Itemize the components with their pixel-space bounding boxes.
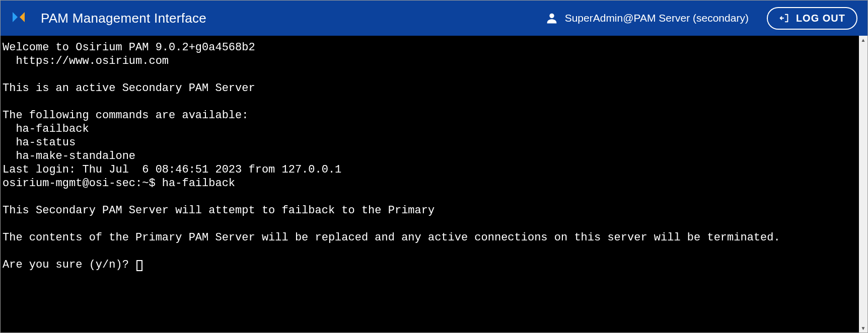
user-label: SuperAdmin@PAM Server (secondary): [565, 12, 749, 24]
svg-point-0: [549, 14, 554, 18]
terminal-output[interactable]: Welcome to Osirium PAM 9.0.2+g0a4568b2 h…: [1, 36, 859, 332]
terminal-container: Welcome to Osirium PAM 9.0.2+g0a4568b2 h…: [1, 36, 867, 332]
page-title: PAM Management Interface: [41, 11, 545, 26]
user-icon: [545, 11, 559, 25]
terminal-cursor: [136, 260, 142, 271]
header-bar: PAM Management Interface SuperAdmin@PAM …: [1, 1, 867, 36]
user-info: SuperAdmin@PAM Server (secondary): [545, 11, 749, 25]
brand-logo-icon: [11, 10, 27, 26]
scroll-down-button[interactable]: ▼: [859, 324, 867, 332]
vertical-scrollbar[interactable]: ▲ ▼: [859, 36, 867, 332]
scroll-track[interactable]: [859, 44, 867, 324]
app-window: PAM Management Interface SuperAdmin@PAM …: [0, 0, 868, 333]
logout-button[interactable]: LOG OUT: [767, 7, 857, 30]
logout-label: LOG OUT: [796, 13, 845, 24]
scroll-up-button[interactable]: ▲: [859, 36, 867, 44]
logout-icon: [779, 13, 790, 24]
